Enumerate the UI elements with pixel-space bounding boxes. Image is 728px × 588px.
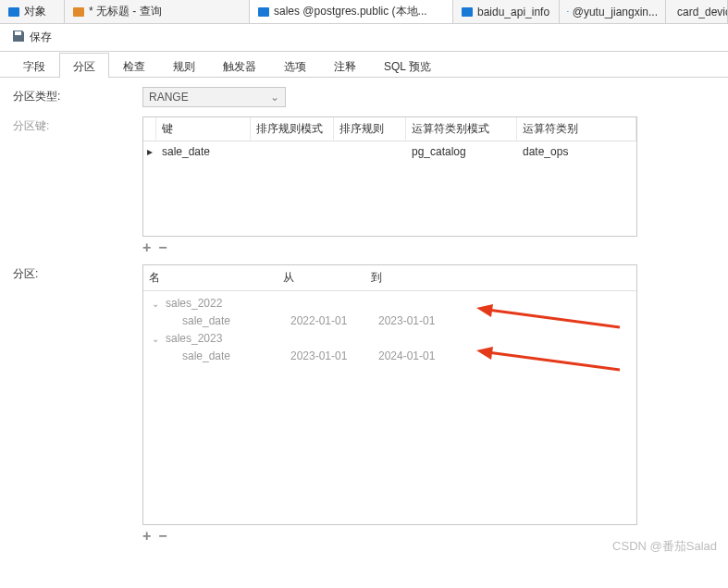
subtab-sql[interactable]: SQL 预览	[370, 53, 445, 78]
col-name: 名	[143, 265, 278, 290]
tab-label: sales @postgres.public (本地...	[274, 4, 427, 19]
svg-rect-7	[259, 13, 268, 14]
svg-rect-3	[13, 8, 14, 16]
grid-header: 键 排序规则模式 排序规则 运算符类别模式 运算符类别	[143, 117, 636, 141]
chevron-down-icon: ⌄	[270, 91, 279, 104]
partition-range-row[interactable]: sale_date 2022-01-01 2023-01-01	[143, 312, 636, 330]
table-icon	[461, 6, 474, 18]
svg-rect-5	[258, 7, 269, 17]
tab-query[interactable]: * 无标题 - 查询	[65, 0, 250, 23]
sql-icon	[72, 6, 85, 18]
remove-button[interactable]: −	[158, 240, 167, 255]
partition-node[interactable]: ⌄ sales_2023	[143, 330, 636, 347]
svg-rect-8	[462, 7, 473, 17]
select-value: RANGE	[149, 91, 189, 104]
save-label: 保存	[30, 30, 52, 45]
subtab-rules[interactable]: 规则	[159, 53, 209, 78]
part-add-remove: + −	[142, 525, 637, 544]
add-button[interactable]: +	[142, 240, 151, 255]
select-partition-type[interactable]: RANGE ⌄	[142, 87, 286, 107]
col-collate: 排序规则	[334, 117, 406, 141]
key-add-remove: + −	[142, 237, 637, 255]
tab-card[interactable]: card_devic	[666, 0, 728, 23]
tab-yutu[interactable]: @yutu_jiangxin...	[560, 0, 666, 23]
svg-rect-4	[73, 7, 84, 17]
tab-label: baidu_api_info	[477, 6, 549, 18]
save-button[interactable]: 保存	[6, 26, 57, 49]
subtab-comment[interactable]: 注释	[320, 53, 370, 78]
svg-rect-6	[259, 10, 268, 11]
remove-button[interactable]: −	[158, 529, 167, 544]
partitions-grid[interactable]: 名 从 到 ⌄ sales_2022 sale_date 2022-01-01 …	[142, 264, 637, 525]
row-partition-key: 分区键: 键 排序规则模式 排序规则 运算符类别模式 运算符类别 ▸ sale_…	[13, 116, 715, 255]
part-header: 名 从 到	[143, 265, 636, 291]
partition-range-row[interactable]: sale_date 2023-01-01 2024-01-01	[143, 347, 636, 365]
save-icon	[11, 29, 26, 46]
tab-label: card_devic	[677, 6, 728, 18]
document-tabs: 对象 * 无标题 - 查询 sales @postgres.public (本地…	[0, 0, 728, 24]
subtab-partition[interactable]: 分区	[59, 53, 109, 78]
svg-rect-9	[567, 11, 569, 12]
subtab-triggers[interactable]: 触发器	[209, 53, 270, 78]
leaf-to: 2023-01-01	[378, 314, 466, 327]
subtab-options[interactable]: 选项	[270, 53, 320, 78]
subtab-check[interactable]: 检查	[109, 53, 159, 78]
leaf-from: 2022-01-01	[290, 314, 378, 327]
col-to: 到	[365, 265, 453, 290]
grid-row[interactable]: ▸ sale_date pg_catalog date_ops	[143, 141, 636, 162]
leaf-from: 2023-01-01	[290, 349, 378, 362]
partition-node[interactable]: ⌄ sales_2022	[143, 295, 636, 312]
cell-opclass: date_ops	[517, 141, 636, 162]
cell-opclass-mode: pg_catalog	[406, 141, 517, 162]
part-body: ⌄ sales_2022 sale_date 2022-01-01 2023-0…	[143, 291, 636, 369]
partition-key-grid[interactable]: 键 排序规则模式 排序规则 运算符类别模式 运算符类别 ▸ sale_date …	[142, 116, 637, 237]
table-icon	[567, 6, 569, 18]
tab-objects[interactable]: 对象	[0, 0, 65, 23]
row-partitions: 分区: 名 从 到 ⌄ sales_2022 sale_date 2022-01…	[13, 264, 715, 544]
toolbar: 保存	[0, 24, 728, 52]
label-partition-key: 分区键:	[13, 116, 142, 134]
col-key: 键	[156, 117, 251, 141]
tab-label: 对象	[24, 4, 46, 19]
tab-label: @yutu_jiangxin...	[573, 6, 658, 18]
row-marker-icon: ▸	[143, 141, 156, 162]
leaf-to: 2024-01-01	[378, 349, 466, 362]
row-partition-type: 分区类型: RANGE ⌄	[13, 87, 715, 107]
col-opclass: 运算符类别	[517, 117, 636, 141]
leaf-key: sale_date	[143, 349, 290, 362]
col-from: 从	[278, 265, 365, 290]
cell-collate-mode	[251, 141, 334, 162]
subtab-fields[interactable]: 字段	[9, 53, 59, 78]
leaf-key: sale_date	[143, 314, 290, 327]
tab-baidu[interactable]: baidu_api_info	[453, 0, 560, 23]
tab-sales[interactable]: sales @postgres.public (本地...	[250, 0, 453, 23]
label-partitions: 分区:	[13, 264, 142, 282]
chevron-down-icon: ⌄	[149, 299, 162, 309]
watermark: CSDN @番茄Salad	[612, 538, 717, 555]
cell-key: sale_date	[156, 141, 251, 162]
node-name: sales_2023	[162, 332, 222, 345]
subtabs: 字段 分区 检查 规则 触发器 选项 注释 SQL 预览	[0, 52, 728, 78]
label-partition-type: 分区类型:	[13, 87, 142, 104]
table-icon	[257, 6, 270, 18]
cell-collate	[334, 141, 406, 162]
form-area: 分区类型: RANGE ⌄ 分区键: 键 排序规则模式 排序规则 运算符类别模式…	[0, 78, 728, 553]
add-button[interactable]: +	[142, 529, 151, 544]
tab-label: * 无标题 - 查询	[89, 4, 162, 19]
col-marker	[143, 117, 156, 141]
col-collate-mode: 排序规则模式	[251, 117, 334, 141]
col-opclass-mode: 运算符类别模式	[406, 117, 517, 141]
table-icon	[7, 6, 20, 18]
node-name: sales_2022	[162, 297, 222, 310]
chevron-down-icon: ⌄	[149, 334, 162, 344]
